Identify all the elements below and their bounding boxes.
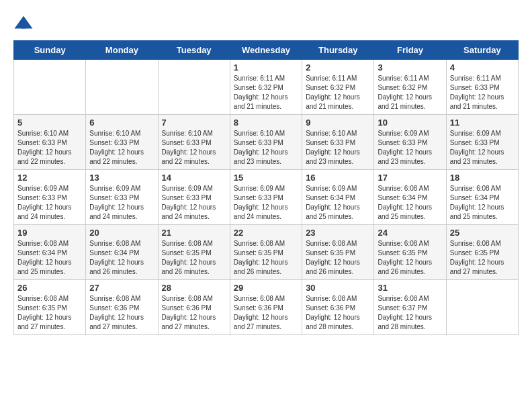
day-number: 6 [89, 118, 154, 128]
day-info: Sunrise: 6:08 AM Sunset: 6:34 PM Dayligh… [17, 239, 82, 277]
calendar-cell: 15Sunrise: 6:09 AM Sunset: 6:33 PM Dayli… [230, 170, 302, 225]
day-info: Sunrise: 6:08 AM Sunset: 6:35 PM Dayligh… [450, 239, 515, 277]
day-info: Sunrise: 6:08 AM Sunset: 6:34 PM Dayligh… [450, 184, 515, 222]
day-header-friday: Friday [374, 41, 446, 60]
week-row-4: 26Sunrise: 6:08 AM Sunset: 6:35 PM Dayli… [14, 280, 519, 335]
day-number: 8 [234, 118, 298, 128]
day-header-saturday: Saturday [446, 41, 518, 60]
day-number: 24 [378, 228, 442, 238]
day-info: Sunrise: 6:08 AM Sunset: 6:37 PM Dayligh… [378, 294, 442, 332]
calendar-cell: 22Sunrise: 6:08 AM Sunset: 6:35 PM Dayli… [230, 225, 302, 280]
calendar-cell: 28Sunrise: 6:08 AM Sunset: 6:36 PM Dayli… [158, 280, 230, 335]
day-number: 21 [162, 228, 226, 238]
calendar-cell: 6Sunrise: 6:10 AM Sunset: 6:33 PM Daylig… [86, 115, 158, 170]
calendar-cell: 12Sunrise: 6:09 AM Sunset: 6:33 PM Dayli… [14, 170, 86, 225]
day-info: Sunrise: 6:08 AM Sunset: 6:35 PM Dayligh… [378, 239, 442, 277]
calendar-cell [86, 60, 158, 115]
day-number: 16 [306, 173, 370, 183]
day-number: 29 [234, 283, 298, 293]
day-number: 19 [17, 228, 82, 238]
day-info: Sunrise: 6:08 AM Sunset: 6:35 PM Dayligh… [162, 239, 226, 277]
day-info: Sunrise: 6:08 AM Sunset: 6:35 PM Dayligh… [306, 239, 370, 277]
calendar-cell: 19Sunrise: 6:08 AM Sunset: 6:34 PM Dayli… [14, 225, 86, 280]
week-row-1: 5Sunrise: 6:10 AM Sunset: 6:33 PM Daylig… [14, 115, 519, 170]
day-info: Sunrise: 6:09 AM Sunset: 6:33 PM Dayligh… [162, 184, 226, 222]
day-header-thursday: Thursday [302, 41, 374, 60]
calendar-body: 1Sunrise: 6:11 AM Sunset: 6:32 PM Daylig… [14, 60, 519, 335]
calendar-cell: 17Sunrise: 6:08 AM Sunset: 6:34 PM Dayli… [374, 170, 446, 225]
day-number: 26 [17, 283, 82, 293]
day-number: 23 [306, 228, 370, 238]
day-info: Sunrise: 6:11 AM Sunset: 6:32 PM Dayligh… [306, 74, 370, 111]
svg-rect-1 [21, 21, 26, 28]
day-info: Sunrise: 6:10 AM Sunset: 6:33 PM Dayligh… [89, 129, 154, 167]
day-info: Sunrise: 6:09 AM Sunset: 6:34 PM Dayligh… [306, 184, 370, 222]
day-number: 27 [89, 283, 154, 293]
week-row-0: 1Sunrise: 6:11 AM Sunset: 6:32 PM Daylig… [14, 60, 519, 115]
calendar-cell: 14Sunrise: 6:09 AM Sunset: 6:33 PM Dayli… [158, 170, 230, 225]
day-number: 7 [162, 118, 226, 128]
day-number: 10 [378, 118, 442, 128]
calendar-cell: 21Sunrise: 6:08 AM Sunset: 6:35 PM Dayli… [158, 225, 230, 280]
day-info: Sunrise: 6:09 AM Sunset: 6:33 PM Dayligh… [89, 184, 154, 222]
day-info: Sunrise: 6:08 AM Sunset: 6:36 PM Dayligh… [89, 294, 154, 332]
calendar-cell: 3Sunrise: 6:11 AM Sunset: 6:32 PM Daylig… [374, 60, 446, 115]
day-info: Sunrise: 6:09 AM Sunset: 6:33 PM Dayligh… [17, 184, 82, 222]
day-info: Sunrise: 6:08 AM Sunset: 6:36 PM Dayligh… [306, 294, 370, 332]
day-number: 14 [162, 173, 226, 183]
day-info: Sunrise: 6:10 AM Sunset: 6:33 PM Dayligh… [162, 129, 226, 167]
calendar-cell: 24Sunrise: 6:08 AM Sunset: 6:35 PM Dayli… [374, 225, 446, 280]
calendar-cell: 31Sunrise: 6:08 AM Sunset: 6:37 PM Dayli… [374, 280, 446, 335]
calendar-cell: 27Sunrise: 6:08 AM Sunset: 6:36 PM Dayli… [86, 280, 158, 335]
day-number: 17 [378, 173, 442, 183]
calendar-cell: 9Sunrise: 6:10 AM Sunset: 6:33 PM Daylig… [302, 115, 374, 170]
day-info: Sunrise: 6:11 AM Sunset: 6:32 PM Dayligh… [234, 74, 298, 111]
day-number: 1 [234, 62, 298, 73]
day-info: Sunrise: 6:10 AM Sunset: 6:33 PM Dayligh… [234, 129, 298, 167]
calendar-cell: 25Sunrise: 6:08 AM Sunset: 6:35 PM Dayli… [446, 225, 518, 280]
day-info: Sunrise: 6:10 AM Sunset: 6:33 PM Dayligh… [306, 129, 370, 167]
day-header-sunday: Sunday [14, 41, 86, 60]
day-number: 5 [17, 118, 82, 128]
calendar-header: SundayMondayTuesdayWednesdayThursdayFrid… [14, 41, 519, 60]
calendar-cell [158, 60, 230, 115]
day-number: 30 [306, 283, 370, 293]
day-number: 22 [234, 228, 298, 238]
day-info: Sunrise: 6:08 AM Sunset: 6:35 PM Dayligh… [17, 294, 82, 332]
day-info: Sunrise: 6:08 AM Sunset: 6:35 PM Dayligh… [234, 239, 298, 277]
day-header-wednesday: Wednesday [230, 41, 302, 60]
calendar-cell: 29Sunrise: 6:08 AM Sunset: 6:36 PM Dayli… [230, 280, 302, 335]
week-row-3: 19Sunrise: 6:08 AM Sunset: 6:34 PM Dayli… [14, 225, 519, 280]
day-info: Sunrise: 6:09 AM Sunset: 6:33 PM Dayligh… [450, 129, 515, 167]
day-info: Sunrise: 6:08 AM Sunset: 6:36 PM Dayligh… [234, 294, 298, 332]
day-info: Sunrise: 6:08 AM Sunset: 6:34 PM Dayligh… [378, 184, 442, 222]
day-number: 31 [378, 283, 442, 293]
day-number: 11 [450, 118, 515, 128]
calendar-cell: 30Sunrise: 6:08 AM Sunset: 6:36 PM Dayli… [302, 280, 374, 335]
day-number: 2 [306, 62, 370, 73]
calendar-cell [446, 280, 518, 335]
day-info: Sunrise: 6:11 AM Sunset: 6:32 PM Dayligh… [378, 74, 442, 111]
header [13, 13, 519, 34]
logo [13, 13, 36, 34]
day-info: Sunrise: 6:09 AM Sunset: 6:33 PM Dayligh… [234, 184, 298, 222]
calendar-cell: 13Sunrise: 6:09 AM Sunset: 6:33 PM Dayli… [86, 170, 158, 225]
day-number: 9 [306, 118, 370, 128]
day-info: Sunrise: 6:11 AM Sunset: 6:33 PM Dayligh… [450, 74, 515, 111]
calendar-cell: 11Sunrise: 6:09 AM Sunset: 6:33 PM Dayli… [446, 115, 518, 170]
calendar-cell: 20Sunrise: 6:08 AM Sunset: 6:34 PM Dayli… [86, 225, 158, 280]
header-row: SundayMondayTuesdayWednesdayThursdayFrid… [14, 41, 519, 60]
day-info: Sunrise: 6:08 AM Sunset: 6:34 PM Dayligh… [89, 239, 154, 277]
logo-icon [13, 13, 34, 34]
day-number: 25 [450, 228, 515, 238]
calendar-cell: 7Sunrise: 6:10 AM Sunset: 6:33 PM Daylig… [158, 115, 230, 170]
day-header-monday: Monday [86, 41, 158, 60]
day-number: 4 [450, 62, 515, 73]
calendar-cell [14, 60, 86, 115]
day-info: Sunrise: 6:08 AM Sunset: 6:36 PM Dayligh… [162, 294, 226, 332]
calendar-cell: 4Sunrise: 6:11 AM Sunset: 6:33 PM Daylig… [446, 60, 518, 115]
day-number: 12 [17, 173, 82, 183]
day-number: 28 [162, 283, 226, 293]
day-header-tuesday: Tuesday [158, 41, 230, 60]
calendar-cell: 26Sunrise: 6:08 AM Sunset: 6:35 PM Dayli… [14, 280, 86, 335]
